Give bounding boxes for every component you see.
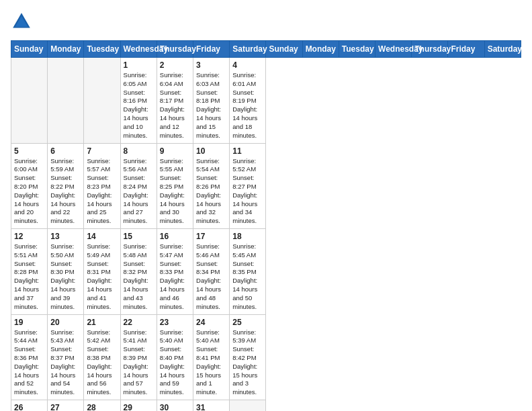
day-cell: 2Sunrise: 6:04 AM Sunset: 8:17 PM Daylig…	[157, 58, 193, 144]
day-cell: 28Sunrise: 5:37 AM Sunset: 8:45 PM Dayli…	[84, 400, 120, 412]
day-number: 10	[196, 146, 226, 156]
day-number: 24	[196, 318, 226, 327]
day-number: 22	[124, 318, 154, 327]
day-info: Sunrise: 6:00 AM Sunset: 8:20 PM Dayligh…	[14, 157, 44, 226]
day-info: Sunrise: 5:50 AM Sunset: 8:30 PM Dayligh…	[50, 242, 81, 312]
day-cell: 31Sunrise: 5:35 AM Sunset: 8:48 PM Dayli…	[193, 400, 230, 412]
day-info: Sunrise: 5:56 AM Sunset: 8:24 PM Dayligh…	[124, 157, 154, 226]
day-cell: 4Sunrise: 6:01 AM Sunset: 8:19 PM Daylig…	[230, 58, 266, 144]
day-info: Sunrise: 5:43 AM Sunset: 8:37 PM Dayligh…	[50, 328, 81, 398]
col-header-tuesday: Tuesday	[84, 41, 120, 58]
day-number: 11	[232, 146, 263, 156]
day-info: Sunrise: 5:55 AM Sunset: 8:25 PM Dayligh…	[160, 157, 190, 226]
day-number: 27	[50, 403, 81, 411]
col-header-saturday: Saturday	[230, 41, 266, 58]
day-number: 5	[14, 146, 44, 156]
day-info: Sunrise: 5:40 AM Sunset: 8:40 PM Dayligh…	[160, 328, 190, 398]
day-cell: 3Sunrise: 6:03 AM Sunset: 8:18 PM Daylig…	[193, 58, 230, 144]
day-cell: 27Sunrise: 5:37 AM Sunset: 8:44 PM Dayli…	[48, 400, 84, 412]
day-info: Sunrise: 5:57 AM Sunset: 8:23 PM Dayligh…	[87, 157, 117, 226]
day-cell: 29Sunrise: 5:36 AM Sunset: 8:46 PM Dayli…	[120, 400, 157, 412]
day-number: 25	[232, 318, 263, 327]
day-number: 28	[87, 403, 117, 411]
day-number: 13	[50, 232, 81, 241]
day-info: Sunrise: 5:44 AM Sunset: 8:36 PM Dayligh…	[14, 328, 44, 398]
day-info: Sunrise: 5:46 AM Sunset: 8:34 PM Dayligh…	[196, 242, 226, 312]
day-cell: 26Sunrise: 5:38 AM Sunset: 8:43 PM Dayli…	[11, 400, 48, 412]
day-info: Sunrise: 5:40 AM Sunset: 8:41 PM Dayligh…	[196, 328, 226, 398]
day-number: 6	[50, 146, 81, 156]
col-header-thursday: Thursday	[412, 41, 448, 58]
week-row-5: 26Sunrise: 5:38 AM Sunset: 8:43 PM Dayli…	[11, 400, 521, 412]
day-cell: 14Sunrise: 5:49 AM Sunset: 8:31 PM Dayli…	[84, 229, 120, 315]
day-cell: 13Sunrise: 5:50 AM Sunset: 8:30 PM Dayli…	[48, 229, 84, 315]
week-row-3: 12Sunrise: 5:51 AM Sunset: 8:28 PM Dayli…	[11, 229, 521, 315]
col-header-sunday: Sunday	[11, 41, 48, 58]
day-cell: 17Sunrise: 5:46 AM Sunset: 8:34 PM Dayli…	[193, 229, 230, 315]
page-header	[11, 11, 521, 32]
header-row: SundayMondayTuesdayWednesdayThursdayFrid…	[11, 41, 521, 58]
logo	[11, 11, 35, 32]
day-cell: 18Sunrise: 5:45 AM Sunset: 8:35 PM Dayli…	[230, 229, 266, 315]
day-cell: 19Sunrise: 5:44 AM Sunset: 8:36 PM Dayli…	[11, 314, 48, 400]
day-number: 9	[160, 146, 190, 156]
day-number: 26	[14, 403, 44, 411]
day-number: 31	[196, 403, 226, 411]
day-info: Sunrise: 5:39 AM Sunset: 8:42 PM Dayligh…	[232, 328, 263, 398]
day-cell	[48, 58, 84, 144]
calendar-table: SundayMondayTuesdayWednesdayThursdayFrid…	[11, 40, 521, 411]
day-cell: 11Sunrise: 5:52 AM Sunset: 8:27 PM Dayli…	[230, 143, 266, 229]
day-info: Sunrise: 5:47 AM Sunset: 8:33 PM Dayligh…	[160, 242, 190, 312]
day-info: Sunrise: 5:42 AM Sunset: 8:38 PM Dayligh…	[87, 328, 117, 398]
col-header-friday: Friday	[193, 41, 230, 58]
col-header-thursday: Thursday	[157, 41, 193, 58]
day-number: 21	[87, 318, 117, 327]
day-number: 23	[160, 318, 190, 327]
day-number: 19	[14, 318, 44, 327]
day-info: Sunrise: 5:41 AM Sunset: 8:39 PM Dayligh…	[124, 328, 154, 398]
day-cell: 9Sunrise: 5:55 AM Sunset: 8:25 PM Daylig…	[157, 143, 193, 229]
day-number: 2	[160, 60, 190, 70]
day-info: Sunrise: 6:04 AM Sunset: 8:17 PM Dayligh…	[160, 71, 190, 140]
day-cell: 24Sunrise: 5:40 AM Sunset: 8:41 PM Dayli…	[193, 314, 230, 400]
day-cell	[11, 58, 48, 144]
week-row-4: 19Sunrise: 5:44 AM Sunset: 8:36 PM Dayli…	[11, 314, 521, 400]
day-cell: 15Sunrise: 5:48 AM Sunset: 8:32 PM Dayli…	[120, 229, 157, 315]
col-header-tuesday: Tuesday	[339, 41, 375, 58]
week-row-1: 1Sunrise: 6:05 AM Sunset: 8:16 PM Daylig…	[11, 58, 521, 144]
day-info: Sunrise: 5:49 AM Sunset: 8:31 PM Dayligh…	[87, 242, 117, 312]
day-cell: 8Sunrise: 5:56 AM Sunset: 8:24 PM Daylig…	[120, 143, 157, 229]
col-header-monday: Monday	[302, 41, 339, 58]
day-number: 8	[124, 146, 154, 156]
day-cell: 1Sunrise: 6:05 AM Sunset: 8:16 PM Daylig…	[120, 58, 157, 144]
day-cell	[230, 400, 266, 412]
day-info: Sunrise: 5:54 AM Sunset: 8:26 PM Dayligh…	[196, 157, 226, 226]
col-header-wednesday: Wednesday	[120, 41, 157, 58]
col-header-wednesday: Wednesday	[375, 41, 412, 58]
day-cell: 5Sunrise: 6:00 AM Sunset: 8:20 PM Daylig…	[11, 143, 48, 229]
day-number: 16	[160, 232, 190, 241]
day-cell: 20Sunrise: 5:43 AM Sunset: 8:37 PM Dayli…	[48, 314, 84, 400]
day-cell: 6Sunrise: 5:59 AM Sunset: 8:22 PM Daylig…	[48, 143, 84, 229]
day-cell: 21Sunrise: 5:42 AM Sunset: 8:38 PM Dayli…	[84, 314, 120, 400]
col-header-friday: Friday	[448, 41, 484, 58]
day-number: 1	[124, 60, 154, 70]
day-info: Sunrise: 5:59 AM Sunset: 8:22 PM Dayligh…	[50, 157, 81, 226]
day-cell: 25Sunrise: 5:39 AM Sunset: 8:42 PM Dayli…	[230, 314, 266, 400]
day-number: 15	[124, 232, 154, 241]
col-header-sunday: Sunday	[266, 41, 302, 58]
day-number: 14	[87, 232, 117, 241]
day-cell: 22Sunrise: 5:41 AM Sunset: 8:39 PM Dayli…	[120, 314, 157, 400]
day-number: 7	[87, 146, 117, 156]
day-info: Sunrise: 6:05 AM Sunset: 8:16 PM Dayligh…	[124, 71, 154, 140]
day-cell: 23Sunrise: 5:40 AM Sunset: 8:40 PM Dayli…	[157, 314, 193, 400]
col-header-saturday: Saturday	[484, 41, 521, 58]
day-info: Sunrise: 5:48 AM Sunset: 8:32 PM Dayligh…	[124, 242, 154, 312]
day-number: 18	[232, 232, 263, 241]
day-number: 17	[196, 232, 226, 241]
day-cell: 30Sunrise: 5:35 AM Sunset: 8:47 PM Dayli…	[157, 400, 193, 412]
day-cell: 12Sunrise: 5:51 AM Sunset: 8:28 PM Dayli…	[11, 229, 48, 315]
day-cell: 7Sunrise: 5:57 AM Sunset: 8:23 PM Daylig…	[84, 143, 120, 229]
day-number: 29	[124, 403, 154, 411]
col-header-monday: Monday	[48, 41, 84, 58]
